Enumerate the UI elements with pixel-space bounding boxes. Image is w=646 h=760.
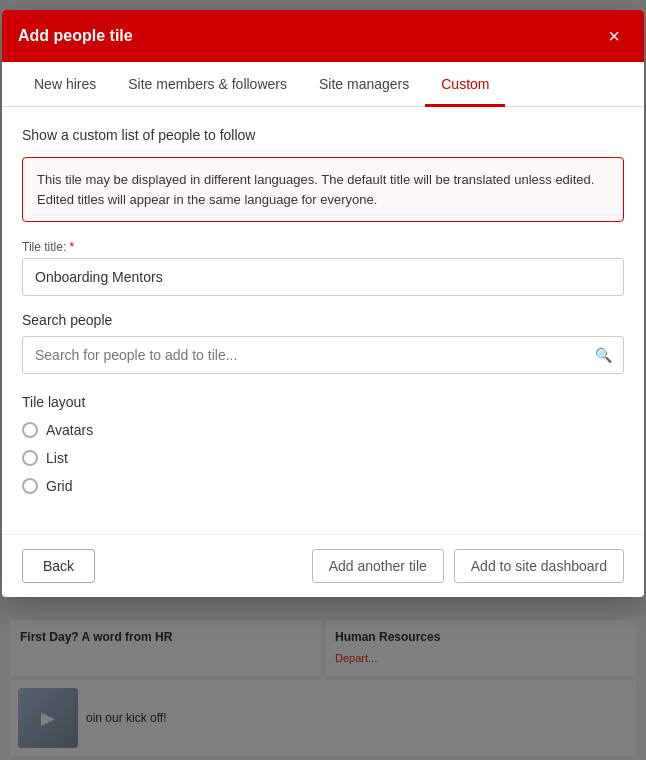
- tabs-container: New hires Site members & followers Site …: [2, 62, 644, 107]
- add-to-dashboard-button[interactable]: Add to site dashboard: [454, 549, 624, 583]
- layout-avatars[interactable]: Avatars: [22, 422, 624, 438]
- warning-text: This tile may be displayed in different …: [37, 170, 609, 209]
- modal-header: Add people tile ×: [2, 10, 644, 62]
- layout-radio-group: Avatars List Grid: [22, 422, 624, 494]
- tab-site-managers[interactable]: Site managers: [303, 62, 425, 107]
- modal-overlay: Add people tile × New hires Site members…: [0, 0, 646, 760]
- tab-new-hires[interactable]: New hires: [18, 62, 112, 107]
- warning-box: This tile may be displayed in different …: [22, 157, 624, 222]
- back-button[interactable]: Back: [22, 549, 95, 583]
- required-indicator: *: [70, 240, 75, 254]
- layout-avatars-radio[interactable]: [22, 422, 38, 438]
- layout-list-radio[interactable]: [22, 450, 38, 466]
- tab-custom[interactable]: Custom: [425, 62, 505, 107]
- layout-grid[interactable]: Grid: [22, 478, 624, 494]
- search-people-label: Search people: [22, 312, 624, 328]
- add-another-tile-button[interactable]: Add another tile: [312, 549, 444, 583]
- tile-title-input[interactable]: [22, 258, 624, 296]
- layout-grid-label: Grid: [46, 478, 72, 494]
- tile-layout-label: Tile layout: [22, 394, 624, 410]
- modal-close-button[interactable]: ×: [600, 22, 628, 50]
- layout-list-label: List: [46, 450, 68, 466]
- layout-list[interactable]: List: [22, 450, 624, 466]
- search-people-input[interactable]: [22, 336, 624, 374]
- modal-body: Show a custom list of people to follow T…: [2, 107, 644, 534]
- layout-avatars-label: Avatars: [46, 422, 93, 438]
- layout-grid-radio[interactable]: [22, 478, 38, 494]
- tile-title-field: Tile title: *: [22, 240, 624, 296]
- section-label: Show a custom list of people to follow: [22, 127, 624, 143]
- modal-footer: Back Add another tile Add to site dashbo…: [2, 534, 644, 597]
- search-icon: 🔍: [595, 347, 612, 363]
- modal-title: Add people tile: [18, 27, 133, 45]
- add-people-tile-modal: Add people tile × New hires Site members…: [2, 10, 644, 597]
- tile-title-label: Tile title: *: [22, 240, 624, 254]
- tab-site-members[interactable]: Site members & followers: [112, 62, 303, 107]
- search-wrapper: 🔍: [22, 336, 624, 374]
- footer-right-buttons: Add another tile Add to site dashboard: [312, 549, 624, 583]
